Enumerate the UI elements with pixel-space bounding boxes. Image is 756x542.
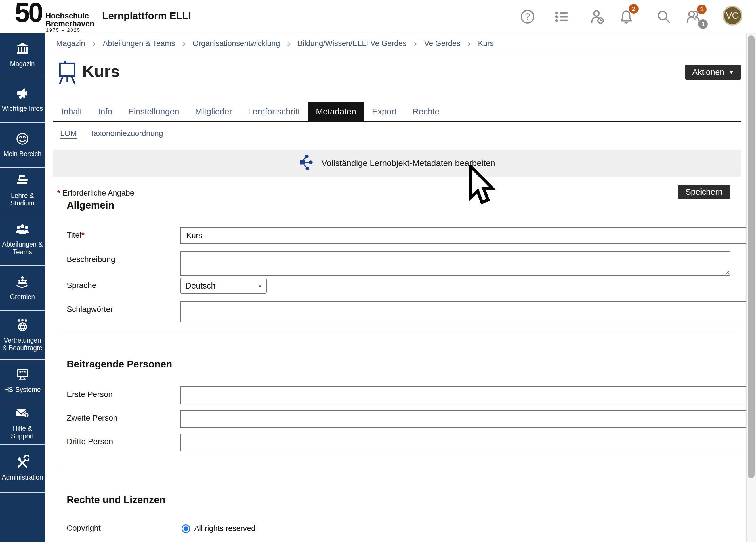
search-icon[interactable] <box>656 9 671 24</box>
section-divider <box>58 467 738 467</box>
sidebar-item-label: Mein Bereich <box>2 150 43 158</box>
contacts-badge-other: 1 <box>698 19 708 29</box>
contacts-icon[interactable]: 1 1 <box>686 9 701 24</box>
beschreibung-textarea[interactable] <box>180 251 730 276</box>
beschreibung-textarea-wrap <box>180 251 730 276</box>
bell-icon[interactable]: 2 <box>619 9 634 24</box>
field-label-copyright: Copyright <box>67 524 101 533</box>
logo-line2: Bremerhaven <box>45 20 95 28</box>
field-label-titel: Titel* <box>67 230 87 240</box>
tab-rechte[interactable]: Rechte <box>405 102 448 121</box>
subtab-taxonomiezuordnung[interactable]: Taxonomiezuordnung <box>90 129 163 138</box>
tab-info[interactable]: Info <box>90 102 120 121</box>
subtab-lom[interactable]: LOM <box>60 129 77 138</box>
main-content: Magazin› Abteilungen & Teams› Organisati… <box>45 33 746 542</box>
sidebar-item-magazin[interactable]: Magazin <box>0 33 45 77</box>
zweite-person-input[interactable] <box>180 410 756 428</box>
breadcrumb-item[interactable]: Ve Gerdes <box>424 39 461 48</box>
required-asterisk: * <box>57 189 60 197</box>
sidebar-item-administration[interactable]: Administration <box>0 445 45 493</box>
field-label-zweite-person: Zweite Person <box>67 413 117 423</box>
mail-help-icon: ? <box>16 407 29 421</box>
globe-people-icon <box>16 318 29 333</box>
sidebar-item-abteilungen-teams[interactable]: Abteilungen & Teams <box>0 213 45 266</box>
breadcrumb-item[interactable]: Abteilungen & Teams <box>103 39 175 48</box>
erste-person-input[interactable] <box>180 386 756 404</box>
tab-inhalt[interactable]: Inhalt <box>53 102 90 121</box>
top-header: 50 Hochschule Bremerhaven 1975 – 2025 Le… <box>0 0 756 33</box>
aktionen-button[interactable]: Aktionen▼ <box>685 65 741 80</box>
page-title: Kurs <box>82 62 120 81</box>
breadcrumb-item[interactable]: Magazin <box>56 39 85 48</box>
breadcrumb-item[interactable]: Kurs <box>478 39 494 48</box>
chevron-right-icon: › <box>93 39 95 48</box>
people-group-icon <box>16 222 29 237</box>
scrollbar-thumb[interactable] <box>748 35 755 478</box>
sidebar-item-hs-systeme[interactable]: *** HS-Systeme <box>0 360 45 402</box>
sidebar-item-vertretungen[interactable]: Vertretungen & Beauftragte <box>0 311 45 360</box>
sidebar-item-hilfe-support[interactable]: ? Hilfe & Support <box>0 402 45 445</box>
sidebar-item-label: Hilfe & Support <box>0 425 45 440</box>
section-title-allgemein: Allgemein <box>67 199 114 211</box>
app-window: 50 Hochschule Bremerhaven 1975 – 2025 Le… <box>0 0 756 542</box>
tab-mitglieder[interactable]: Mitglieder <box>187 102 240 121</box>
required-hint: *Erforderliche Angabe <box>57 189 134 198</box>
sidebar-item-lehre-studium[interactable]: Lehre & Studium <box>0 168 45 213</box>
banner-label: Vollständige Lernobjekt-Metadaten bearbe… <box>322 158 495 168</box>
chevron-right-icon: › <box>468 39 471 48</box>
sidebar: Magazin Wichtige Infos Mein Bereich Le <box>0 33 45 542</box>
dritte-person-input[interactable] <box>180 434 756 451</box>
field-label-dritte-person: Dritte Person <box>67 437 113 446</box>
svg-text:?: ? <box>525 12 530 22</box>
list-icon[interactable] <box>554 9 569 24</box>
titel-input[interactable] <box>180 227 756 244</box>
tab-bar: Inhalt Info Einstellungen Mitglieder Ler… <box>53 102 741 122</box>
sidebar-item-label: Wichtige Infos <box>1 105 44 112</box>
required-asterisk: * <box>81 230 85 239</box>
sidebar-item-label: Vertretungen & Beauftragte <box>0 337 45 352</box>
sidebar-item-label: Gremien <box>9 293 36 301</box>
tab-einstellungen[interactable]: Einstellungen <box>120 102 187 121</box>
course-easel-icon <box>57 61 77 86</box>
section-title-rechte: Rechte und Lizenzen <box>67 494 165 505</box>
logo-years: 1975 – 2025 <box>46 28 81 33</box>
speichern-button[interactable]: Speichern <box>678 185 730 199</box>
field-label-schlagwoerter: Schlagwörter <box>67 305 113 314</box>
avatar[interactable]: VG <box>723 6 742 26</box>
metadata-hub-icon <box>299 155 314 172</box>
sidebar-item-mein-bereich[interactable]: Mein Bereich <box>0 123 45 168</box>
user-status-icon[interactable] <box>590 9 605 24</box>
smiley-icon <box>16 132 29 147</box>
hochschule-bremerhaven-logo[interactable]: 50 Hochschule Bremerhaven 1975 – 2025 <box>15 1 100 32</box>
sidebar-item-label: Administration <box>1 474 44 481</box>
chevron-right-icon: › <box>414 39 417 48</box>
breadcrumb-item[interactable]: Organisationsentwicklung <box>193 39 280 48</box>
sidebar-item-gremien[interactable]: Gremien <box>0 266 45 311</box>
chevron-right-icon: › <box>287 39 290 48</box>
copyright-radio-row: All rights reserved <box>182 524 255 533</box>
sprache-select[interactable]: Deutsch˅ <box>180 278 267 294</box>
contacts-badge-new: 1 <box>697 5 707 14</box>
subtab-bar: LOM Taxonomiezuordnung <box>60 129 163 138</box>
tab-export[interactable]: Export <box>364 102 405 121</box>
help-icon[interactable]: ? <box>520 9 535 24</box>
notification-badge: 2 <box>629 4 639 14</box>
section-divider <box>58 332 738 332</box>
breadcrumb-item[interactable]: Bildung/Wissen/ELLI Ve Gerdes <box>297 39 406 48</box>
copyright-radio-selected[interactable] <box>182 524 190 533</box>
megaphone-icon <box>16 87 29 101</box>
tab-metadaten[interactable]: Metadaten <box>308 102 364 121</box>
app-title: Lernplattform ELLI <box>102 10 191 22</box>
edit-full-metadata-banner[interactable]: Vollständige Lernobjekt-Metadaten bearbe… <box>53 150 741 177</box>
sidebar-item-label: Abteilungen & Teams <box>0 241 45 256</box>
logo-50: 50 <box>15 0 42 26</box>
tab-lernfortschritt[interactable]: Lernfortschritt <box>240 102 308 121</box>
sidebar-item-label: Magazin <box>9 60 36 68</box>
copyright-option-label: All rights reserved <box>194 524 255 533</box>
sidebar-item-wichtige-infos[interactable]: Wichtige Infos <box>0 77 45 123</box>
field-label-sprache: Sprache <box>67 281 96 290</box>
schlagwoerter-input[interactable] <box>180 301 756 322</box>
sidebar-item-label: HS-Systeme <box>3 386 42 394</box>
books-icon <box>16 174 29 188</box>
monitor-icon: *** <box>16 368 29 383</box>
